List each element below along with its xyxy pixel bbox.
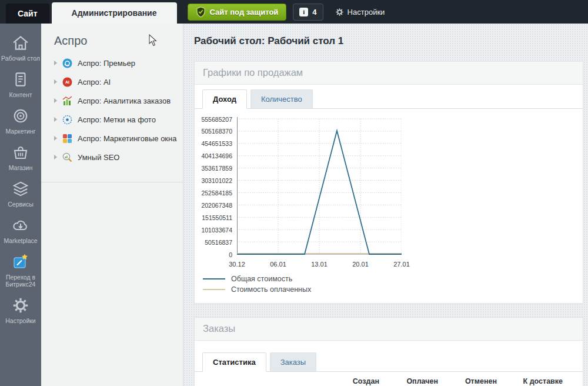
legend-swatch (203, 278, 225, 279)
legend-swatch (203, 289, 225, 290)
sales-chart-svg (237, 116, 402, 257)
sidebar-item-label: Магазин (8, 164, 34, 171)
topbar-settings-button[interactable]: Настройки (335, 8, 385, 16)
sidebar-item-marketing[interactable]: Маркетинг (0, 107, 41, 144)
tab-quantity[interactable]: Количество (250, 89, 313, 108)
settings-icon (12, 297, 29, 314)
y-tick-label: 50516837 (205, 239, 232, 246)
sidebar-item-shop[interactable]: Магазин (0, 144, 41, 180)
sales-panel-body: Доход Количество 05051683710103367415155… (195, 85, 583, 294)
menu-title: Аспро (41, 24, 183, 54)
legend-item: Общая стоимость (203, 275, 583, 283)
menu-item-label: Аспро: AI (78, 78, 111, 86)
y-axis-labels: 0505168371010336741515505112020673482525… (198, 116, 237, 257)
tab-site[interactable]: Сайт (6, 4, 49, 24)
notifications-count: 4 (312, 8, 316, 16)
menu-item-label: Аспро: Маркетинговые окна (78, 134, 176, 143)
y-tick-label: 555685207 (201, 116, 232, 123)
sidebar-item-marketplace[interactable]: Marketplace (0, 217, 41, 253)
menu-item-aspro-phototags[interactable]: Аспро: Метки на фото (41, 110, 183, 129)
legend-item: Стоимость оплаченных (203, 285, 583, 294)
orders-table-header-row: Создан Оплачен Отменен К доставке (195, 372, 583, 386)
tab-administration[interactable]: Администрирование (52, 2, 177, 24)
menu-item-label: Умный SEO (78, 153, 119, 162)
sidebar-item-label: Настройки (4, 317, 37, 324)
tab-statistics[interactable]: Статистика (202, 352, 266, 372)
orders-panel-header[interactable]: Заказы (195, 318, 583, 341)
y-tick-label: 353617859 (201, 165, 232, 172)
table-header-created: Создан (320, 377, 379, 385)
sidebar-item-bitrix24[interactable]: Переход в Битрикс24 (0, 253, 41, 297)
menu-item-aspro-analytics[interactable]: Аспро: Аналитика заказов (41, 91, 183, 110)
legend-label: Общая стоимость (231, 275, 292, 283)
menu-item-aspro-ai[interactable]: AI Аспро: AI (41, 72, 183, 91)
menu-item-label: Аспро: Аналитика заказов (78, 96, 171, 105)
chart-legend: Общая стоимостьСтоимость оплаченных (203, 275, 583, 294)
tab-orders[interactable]: Заказы (270, 352, 316, 371)
aspro-premier-icon (62, 58, 72, 68)
sidebar-item-label: Переход в Битрикс24 (0, 274, 41, 288)
site-protected-button[interactable]: Сайт под защитой (188, 4, 287, 21)
tab-administration-label: Администрирование (72, 8, 157, 18)
sales-panel-header[interactable]: Графики по продажам (195, 62, 583, 85)
expand-arrow-icon[interactable] (54, 117, 57, 122)
expand-arrow-icon[interactable] (54, 98, 57, 103)
sidebar-item-label: Контент (8, 91, 34, 98)
site-protected-label: Сайт под защитой (210, 8, 279, 16)
info-icon: i (299, 8, 308, 16)
content-area: Рабочий стол: Рабочий стол 1 Графики по … (183, 24, 588, 386)
services-icon (12, 180, 29, 198)
x-tick-label: 30.12 (220, 261, 253, 268)
sidebar-item-desktop[interactable]: Рабочий стол (0, 34, 41, 71)
page-title: Рабочий стол: Рабочий стол 1 (194, 35, 588, 47)
sales-panel: Графики по продажам Доход Количество 050… (194, 61, 583, 304)
y-tick-label: 252584185 (201, 189, 232, 197)
sales-chart: 0505168371010336741515505112020673482525… (195, 109, 583, 270)
menu-item-smart-seo[interactable]: Умный SEO (41, 148, 183, 167)
orders-panel-body: Статистика Заказы Создан Оплачен Отменен… (195, 341, 583, 386)
aspro-windows-icon (62, 134, 72, 144)
content-icon (12, 71, 29, 88)
y-tick-label: 101033674 (201, 227, 232, 234)
top-bar: Сайт Администрирование Сайт под защитой … (0, 0, 588, 24)
sidebar-item-settings[interactable]: Настройки (0, 297, 41, 333)
aspro-analytics-icon (62, 96, 72, 106)
y-tick-label: 454651533 (201, 140, 232, 147)
shield-check-icon (196, 6, 206, 18)
menu-item-aspro-marketing-windows[interactable]: Аспро: Маркетинговые окна (41, 129, 183, 148)
gear-icon (335, 8, 344, 16)
sidebar-item-content[interactable]: Контент (0, 71, 41, 107)
sidebar-item-services[interactable]: Сервисы (0, 180, 41, 217)
menu-item-label: Аспро: Премьер (78, 59, 135, 68)
menu-section-aspro: Аспро Аспро: Премьер AI Аспро: AI (41, 24, 183, 182)
sidebar-item-label: Marketplace (2, 237, 38, 244)
marketplace-icon (12, 217, 29, 234)
aspro-phototags-icon (62, 115, 72, 125)
orders-tabs: Статистика Заказы (195, 341, 583, 372)
svg-text:AI: AI (65, 80, 69, 84)
menu-panel: Аспро Аспро: Премьер AI Аспро: AI (41, 24, 183, 386)
expand-arrow-icon[interactable] (54, 79, 57, 84)
y-tick-label: 0 (229, 251, 232, 258)
tab-income[interactable]: Доход (202, 89, 247, 109)
x-tick-label: 06.01 (262, 261, 295, 268)
tab-site-label: Сайт (18, 9, 38, 18)
menu-item-aspro-premier[interactable]: Аспро: Премьер (41, 54, 183, 72)
y-tick-label: 404134696 (201, 152, 232, 159)
expand-arrow-icon[interactable] (54, 136, 57, 141)
x-axis-labels: 30.1206.0113.0120.0127.01 (237, 261, 402, 270)
expand-arrow-icon[interactable] (54, 61, 57, 65)
table-header-cancelled: Отменен (438, 377, 497, 385)
y-tick-label: 202067348 (201, 202, 232, 209)
expand-arrow-icon[interactable] (54, 155, 57, 159)
table-header-to-deliver: К доставке (497, 377, 563, 385)
plot-area: 30.1206.0113.0120.0127.01 (237, 116, 402, 270)
shop-icon (12, 144, 29, 161)
topbar-settings-label: Настройки (348, 8, 385, 16)
table-header-paid: Оплачен (379, 377, 438, 385)
home-icon (12, 34, 29, 52)
notifications-button[interactable]: i 4 (293, 4, 323, 21)
y-tick-label: 505168370 (201, 128, 232, 135)
bitrix24-icon (12, 253, 29, 271)
y-tick-label: 303101022 (201, 177, 232, 184)
